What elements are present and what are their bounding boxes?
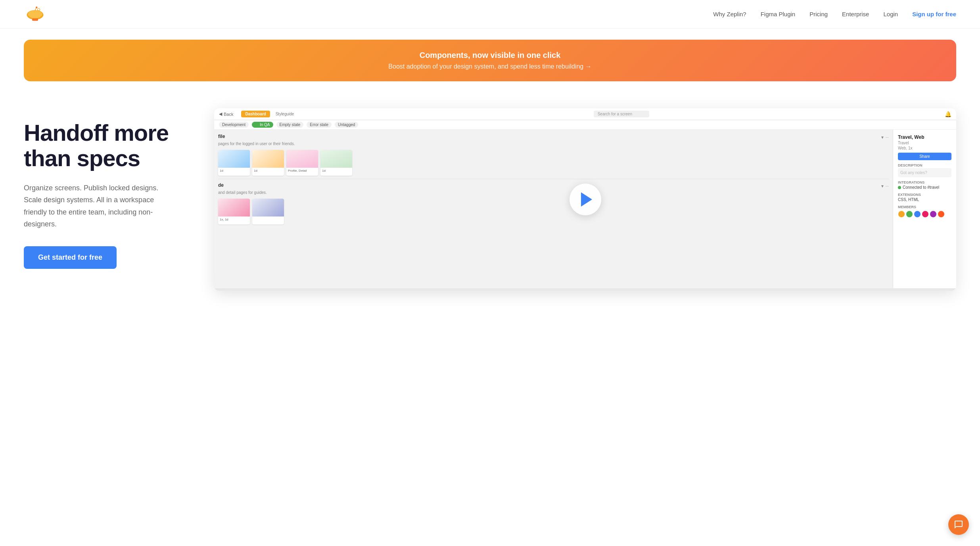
avatar	[922, 211, 929, 218]
tab-styleguide[interactable]: Styleguide	[272, 111, 298, 117]
members-label: Members	[898, 205, 951, 209]
nav-pricing[interactable]: Pricing	[809, 11, 828, 17]
mock-topbar: ◀ Back Dashboard Styleguide Search for a…	[214, 108, 956, 120]
sidebar-members-section: Members	[898, 205, 951, 218]
tab-group: Dashboard Styleguide	[241, 111, 298, 117]
search-input[interactable]: Search for a screen	[594, 111, 649, 117]
sidebar-share-button[interactable]: Share	[898, 153, 951, 160]
screen-card[interactable]: Profile, Detail	[286, 150, 318, 176]
play-icon	[581, 192, 592, 207]
filter-empty-state[interactable]: Empty state	[276, 122, 304, 128]
cta-button[interactable]: Get started for free	[24, 246, 117, 269]
description-input[interactable]: Got any notes?	[898, 168, 951, 177]
nav-enterprise[interactable]: Enterprise	[842, 11, 869, 17]
logo[interactable]	[24, 4, 48, 24]
nav-why-zeplin[interactable]: Why Zeplin?	[713, 11, 746, 17]
svg-rect-2	[32, 18, 38, 21]
main-nav: Why Zeplin? Figma Plugin Pricing Enterpr…	[713, 11, 956, 17]
svg-point-6	[36, 6, 38, 8]
description-label: Description	[898, 163, 951, 167]
screen-card[interactable]	[252, 199, 284, 224]
filter-untagged[interactable]: Untagged	[335, 122, 358, 128]
avatar	[930, 211, 937, 218]
member-avatars	[898, 211, 951, 218]
promo-banner[interactable]: Components, now visible in one click Boo…	[24, 40, 956, 81]
filter-error-state[interactable]: Error state	[307, 122, 332, 128]
sidebar-project-title: Travel, Web	[898, 134, 951, 140]
section-divider	[218, 179, 889, 179]
sidebar-tag1: Travel	[898, 141, 951, 145]
sidebar-tag2: Web, 1x	[898, 146, 951, 150]
nav-signup[interactable]: Sign up for free	[912, 11, 956, 17]
banner-title: Components, now visible in one click	[40, 51, 940, 60]
hero-section: Handoff more than specs Organize screens…	[0, 92, 980, 314]
play-button[interactable]	[570, 184, 601, 215]
section1-title: file	[218, 134, 225, 139]
section1-subtitle: pages for the logged in user or their fr…	[218, 142, 889, 146]
green-dot-icon	[898, 186, 901, 189]
screens-row-2: 1x, 1d	[218, 199, 889, 224]
hero-subtitle: Organize screens. Publish locked designs…	[24, 182, 175, 230]
bell-icon[interactable]: 🔔	[945, 111, 951, 117]
app-preview: ◀ Back Dashboard Styleguide Search for a…	[214, 108, 956, 291]
banner-subtitle: Boost adoption of your design system, an…	[40, 63, 940, 70]
extensions-value: CSS, HTML	[898, 197, 951, 202]
avatar	[906, 211, 913, 218]
chat-button[interactable]	[948, 514, 969, 535]
section2-title: de	[218, 182, 224, 188]
avatar	[898, 211, 905, 218]
integration-value: Connected to #travel	[898, 185, 951, 190]
filter-in-qa[interactable]: In QA	[252, 122, 273, 128]
nav-figma-plugin[interactable]: Figma Plugin	[761, 11, 796, 17]
back-button[interactable]: ◀ Back	[219, 111, 233, 117]
nav-login[interactable]: Login	[883, 11, 898, 17]
sidebar-description-section: Description Got any notes?	[898, 163, 951, 177]
svg-point-1	[28, 10, 42, 18]
svg-point-7	[38, 8, 40, 11]
screen-card[interactable]: 1d	[320, 150, 352, 176]
section2-subtitle: and detail pages for guides.	[218, 190, 889, 195]
sidebar-integrations-section: Integrations Connected to #travel	[898, 180, 951, 190]
integrations-label: Integrations	[898, 180, 951, 184]
avatar	[938, 211, 945, 218]
avatar	[914, 211, 921, 218]
filter-bar: Development In QA Empty state Error stat…	[214, 120, 956, 130]
screen-card[interactable]: 1d	[252, 150, 284, 176]
mock-sidebar: Travel, Web Travel Web, 1x Share Descrip…	[893, 130, 956, 288]
tab-dashboard[interactable]: Dashboard	[241, 111, 270, 117]
header: Why Zeplin? Figma Plugin Pricing Enterpr…	[0, 0, 980, 29]
sidebar-extensions-section: Extensions CSS, HTML	[898, 193, 951, 202]
hero-title: Handoff more than specs	[24, 120, 190, 171]
extensions-label: Extensions	[898, 193, 951, 197]
screens-row-1: 1d 1d Profile, Detail 1d	[218, 150, 889, 176]
screen-card[interactable]: 1x, 1d	[218, 199, 250, 224]
filter-development[interactable]: Development	[219, 122, 249, 128]
hero-text: Handoff more than specs Organize screens…	[24, 108, 190, 269]
mock-main-area: file ▼ ··· pages for the logged in user …	[214, 130, 893, 288]
screen-card[interactable]: 1d	[218, 150, 250, 176]
